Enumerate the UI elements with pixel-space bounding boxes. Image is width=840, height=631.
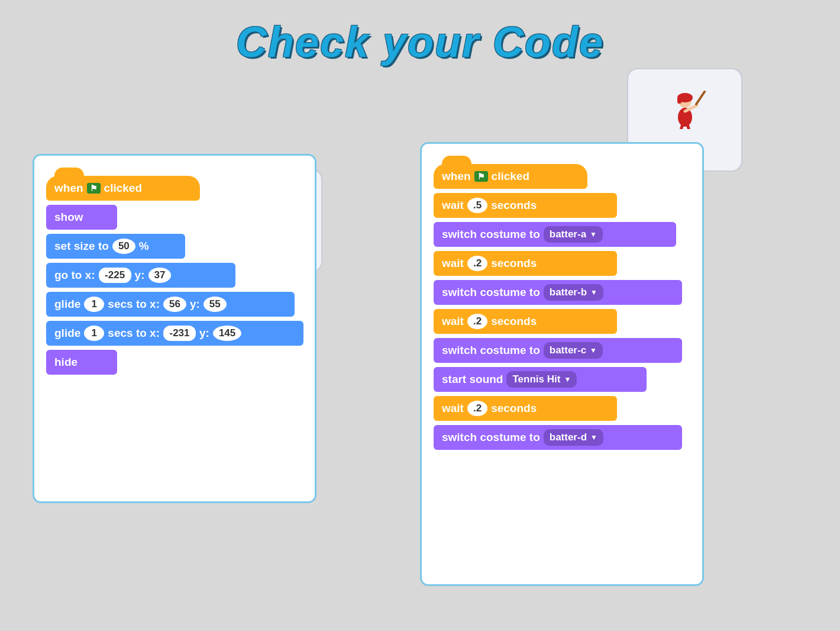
flag-icon-right: ⚑ [474, 171, 488, 182]
svg-rect-4 [677, 98, 681, 104]
block-when-clicked-left: when ⚑ clicked [46, 176, 200, 201]
wait4-val: .2 [467, 401, 487, 416]
y-value: 37 [148, 268, 172, 283]
costume-c-dropdown[interactable]: batter-c [544, 342, 603, 359]
svg-line-7 [679, 126, 682, 129]
wait1-val: .5 [467, 198, 487, 213]
right-code-panel: when ⚑ clicked wait .5 seconds switch co… [420, 142, 704, 586]
block-costume-d: switch costume to batter-d [434, 425, 682, 450]
block-costume-c: switch costume to batter-c [434, 338, 682, 363]
block-start-sound: start sound Tennis Hit [434, 367, 647, 392]
wait3-val: .2 [467, 314, 487, 329]
page-title: Check your Code [0, 0, 840, 66]
flag-icon-left: ⚑ [87, 183, 101, 194]
glide1-y: 55 [203, 297, 227, 312]
sound-dropdown[interactable]: Tennis Hit [506, 371, 577, 388]
glide2-secs: 1 [84, 326, 104, 341]
block-glide-2: glide 1 secs to x: -231 y: 145 [46, 321, 303, 346]
costume-b-dropdown[interactable]: batter-b [544, 284, 603, 301]
svg-line-8 [688, 126, 691, 129]
svg-line-6 [696, 92, 705, 104]
clicked-text-r: clicked [492, 170, 529, 183]
block-wait-2: wait .2 seconds [434, 251, 617, 276]
left-code-panel: when ⚑ clicked show set size to 50 % go … [33, 154, 316, 503]
block-show: show [46, 205, 117, 230]
glide1-secs: 1 [84, 297, 104, 312]
block-when-clicked-right: when ⚑ clicked [434, 164, 587, 189]
wait2-val: .2 [467, 256, 487, 271]
size-value: 50 [112, 239, 135, 254]
when-text: when [54, 182, 83, 195]
block-go-to: go to x: -225 y: 37 [46, 263, 235, 288]
costume-d-dropdown[interactable]: batter-d [544, 429, 603, 446]
batter-icon [664, 85, 706, 135]
block-wait-3: wait .2 seconds [434, 309, 617, 334]
block-glide-1: glide 1 secs to x: 56 y: 55 [46, 292, 295, 317]
glide2-y: 145 [213, 326, 241, 341]
block-wait-1: wait .5 seconds [434, 193, 617, 218]
block-hide: hide [46, 350, 117, 375]
when-text-r: when [442, 170, 471, 183]
block-costume-a: switch costume to batter-a [434, 222, 676, 247]
costume-a-dropdown[interactable]: batter-a [544, 226, 603, 243]
block-set-size: set size to 50 % [46, 234, 185, 259]
glide1-x: 56 [163, 297, 186, 312]
clicked-text: clicked [104, 182, 142, 195]
glide2-x: -231 [163, 326, 196, 341]
block-wait-4: wait .2 seconds [434, 396, 617, 421]
block-costume-b: switch costume to batter-b [434, 280, 682, 305]
x-value: -225 [99, 268, 131, 283]
